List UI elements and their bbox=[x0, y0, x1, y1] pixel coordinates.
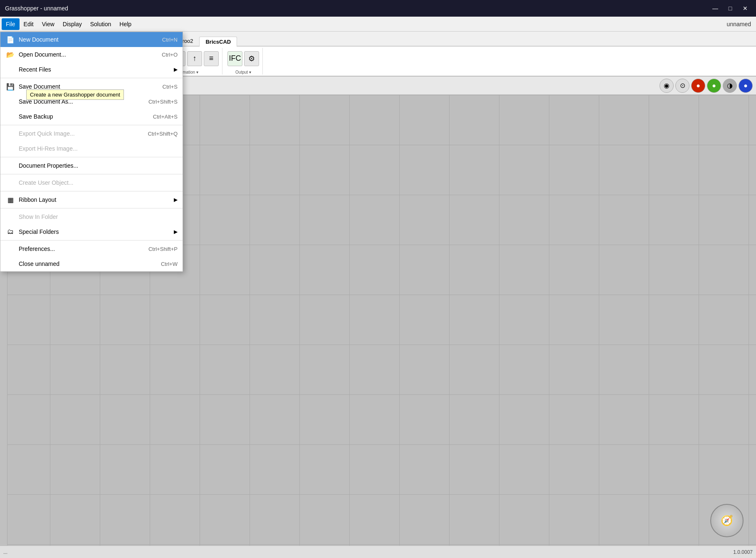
show-in-folder-icon bbox=[5, 212, 15, 222]
separator-5 bbox=[0, 191, 183, 191]
menu-item-recent-files[interactable]: Recent Files ▶ bbox=[0, 62, 183, 77]
ribbon-layout-label: Ribbon Layout bbox=[19, 196, 170, 203]
save-document-shortcut: Ctrl+S bbox=[163, 84, 178, 90]
close-button[interactable]: ✕ bbox=[739, 2, 751, 14]
open-document-icon: 📂 bbox=[5, 50, 15, 60]
tool-green-sphere[interactable]: ● bbox=[707, 79, 721, 93]
output-label: Output ▾ bbox=[235, 69, 251, 74]
tool-blue-sphere[interactable]: ● bbox=[739, 79, 753, 93]
menu-item-show-in-folder: Show In Folder bbox=[0, 209, 183, 224]
info-icon-4[interactable]: ≡ bbox=[204, 51, 219, 66]
export-quick-icon bbox=[5, 129, 15, 139]
menu-bar: File Edit View Display Solution Help unn… bbox=[0, 17, 756, 32]
menu-item-ribbon-layout[interactable]: ▦ Ribbon Layout ▶ bbox=[0, 192, 183, 207]
save-backup-icon bbox=[5, 112, 15, 122]
output-icon-1[interactable]: IFC bbox=[227, 51, 242, 66]
menu-solution[interactable]: Solution bbox=[86, 18, 116, 30]
show-in-folder-label: Show In Folder bbox=[19, 213, 178, 220]
status-bar: ... 1.0.0007 bbox=[0, 546, 756, 558]
menu-item-save-backup[interactable]: Save Backup Ctrl+Alt+S bbox=[0, 109, 183, 124]
tool-half-sphere[interactable]: ◑ bbox=[723, 79, 737, 93]
tool-red-sphere[interactable]: ● bbox=[691, 79, 705, 93]
save-document-icon: 💾 bbox=[5, 82, 15, 92]
menu-file[interactable]: File bbox=[2, 18, 20, 30]
doc-properties-icon bbox=[5, 161, 15, 171]
save-document-label: Save Document bbox=[19, 83, 163, 90]
minimize-button[interactable]: — bbox=[709, 2, 721, 14]
save-as-label: Save Document As... bbox=[19, 98, 148, 105]
file-menu-dropdown: 📄 New Document Ctrl+N 📂 Open Document...… bbox=[0, 32, 183, 272]
status-right: 1.0.0007 bbox=[733, 549, 753, 555]
preferences-icon bbox=[5, 244, 15, 254]
export-quick-shortcut: Ctrl+Shift+Q bbox=[148, 131, 178, 137]
menu-view[interactable]: View bbox=[38, 18, 59, 30]
menu-item-doc-properties[interactable]: Document Properties... bbox=[0, 158, 183, 173]
export-hires-label: Export Hi-Res Image... bbox=[19, 145, 178, 152]
title-bar: Grasshopper - unnamed — □ ✕ bbox=[0, 0, 756, 17]
new-document-label: New Document bbox=[19, 36, 162, 43]
save-as-shortcut: Ctrl+Shift+S bbox=[148, 99, 178, 105]
save-as-icon bbox=[5, 97, 15, 107]
menu-help[interactable]: Help bbox=[115, 18, 136, 30]
separator-2 bbox=[0, 125, 183, 125]
tab-bricscad[interactable]: BricsCAD bbox=[199, 37, 237, 47]
info-icon-3[interactable]: ↑ bbox=[187, 51, 202, 66]
recent-files-icon bbox=[5, 64, 15, 74]
save-backup-label: Save Backup bbox=[19, 113, 153, 120]
menu-display[interactable]: Display bbox=[59, 18, 86, 30]
export-quick-label: Export Quick Image... bbox=[19, 130, 148, 137]
window-controls: — □ ✕ bbox=[709, 2, 751, 14]
special-folders-arrow: ▶ bbox=[174, 229, 178, 235]
ribbon-group-output: IFC ⚙ Output ▾ bbox=[224, 48, 263, 74]
tool-sphere2[interactable]: ⊙ bbox=[675, 79, 689, 93]
preferences-label: Preferences... bbox=[19, 246, 148, 252]
output-icon-2[interactable]: ⚙ bbox=[244, 51, 259, 66]
special-folders-label: Special Folders bbox=[19, 228, 170, 235]
compass-needle: 🧭 bbox=[721, 515, 733, 526]
compass: 🧭 bbox=[710, 504, 744, 537]
doc-properties-label: Document Properties... bbox=[19, 162, 178, 169]
special-folders-icon: 🗂 bbox=[5, 227, 15, 237]
status-left: ... bbox=[3, 549, 7, 555]
separator-1 bbox=[0, 78, 183, 78]
ribbon-layout-icon: ▦ bbox=[5, 195, 15, 205]
document-name: unnamed bbox=[727, 21, 754, 27]
separator-7 bbox=[0, 240, 183, 241]
save-backup-shortcut: Ctrl+Alt+S bbox=[153, 114, 178, 120]
export-hires-icon bbox=[5, 144, 15, 154]
menu-edit[interactable]: Edit bbox=[20, 18, 38, 30]
separator-3 bbox=[0, 157, 183, 157]
menu-item-close-unnamed[interactable]: Close unnamed Ctrl+W bbox=[0, 256, 183, 271]
open-document-label: Open Document... bbox=[19, 51, 162, 58]
create-user-object-label: Create User Object... bbox=[19, 179, 178, 186]
menu-item-save-document[interactable]: 💾 Save Document Ctrl+S bbox=[0, 79, 183, 94]
output-icons: IFC ⚙ bbox=[227, 48, 259, 69]
close-unnamed-icon bbox=[5, 259, 15, 269]
ribbon-layout-arrow: ▶ bbox=[174, 197, 178, 203]
menu-item-open-document[interactable]: 📂 Open Document... Ctrl+O bbox=[0, 47, 183, 62]
separator-4 bbox=[0, 174, 183, 174]
menu-item-export-hires: Export Hi-Res Image... bbox=[0, 141, 183, 156]
new-document-icon: 📄 bbox=[5, 35, 15, 45]
menu-item-preferences[interactable]: Preferences... Ctrl+Shift+P bbox=[0, 241, 183, 256]
close-unnamed-label: Close unnamed bbox=[19, 260, 161, 267]
tool-sphere1[interactable]: ◉ bbox=[660, 79, 674, 93]
create-user-object-icon bbox=[5, 178, 15, 188]
window-title: Grasshopper - unnamed bbox=[5, 5, 68, 12]
open-document-shortcut: Ctrl+O bbox=[162, 52, 178, 58]
menu-item-new-document[interactable]: 📄 New Document Ctrl+N bbox=[0, 32, 183, 47]
recent-files-arrow: ▶ bbox=[174, 67, 178, 72]
menu-item-special-folders[interactable]: 🗂 Special Folders ▶ bbox=[0, 224, 183, 239]
separator-6 bbox=[0, 208, 183, 208]
preferences-shortcut: Ctrl+Shift+P bbox=[148, 246, 178, 252]
maximize-button[interactable]: □ bbox=[724, 2, 736, 14]
new-document-shortcut: Ctrl+N bbox=[162, 37, 178, 43]
right-tools: ◉ ⊙ ● ● ◑ ● bbox=[660, 79, 753, 93]
menu-item-create-user-object: Create User Object... bbox=[0, 175, 183, 190]
menu-item-export-quick: Export Quick Image... Ctrl+Shift+Q bbox=[0, 126, 183, 141]
recent-files-label: Recent Files bbox=[19, 66, 170, 73]
menu-item-save-document-as[interactable]: Save Document As... Ctrl+Shift+S bbox=[0, 94, 183, 109]
close-unnamed-shortcut: Ctrl+W bbox=[161, 261, 178, 267]
